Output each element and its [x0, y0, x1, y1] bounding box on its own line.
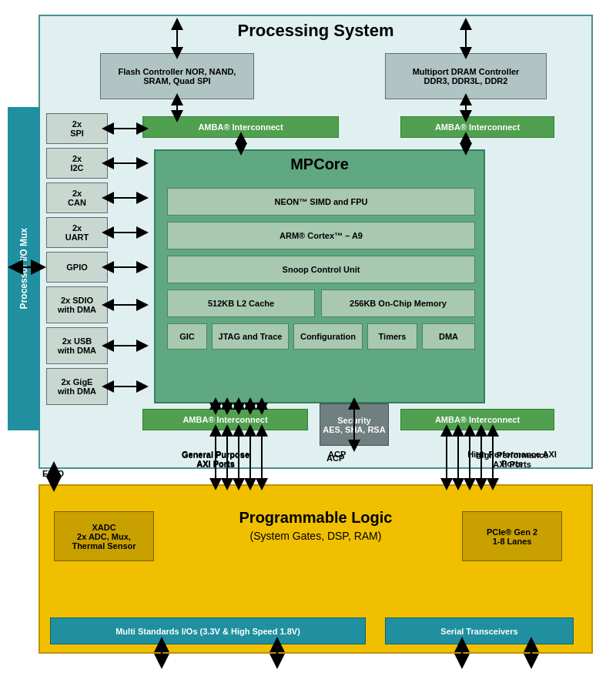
periph-gige: 2x GigE with DMA — [46, 368, 108, 405]
gp-axi-ports-label: General Purpose AXI Ports — [173, 450, 258, 469]
io-mux-bar: Processor I/O Mux — [8, 107, 40, 430]
periph-i2c: 2x I2C — [46, 148, 108, 179]
mpcore-box: MPCore NEON™ SIMD and FPU ARM® Cortex™ –… — [154, 149, 485, 403]
amba-top-right: AMBA® Interconnect — [400, 116, 554, 138]
amba-bottom-left: AMBA® Interconnect — [142, 409, 308, 430]
emio-label: EMIO — [42, 469, 64, 478]
acp-ports-label: ACP — [326, 453, 344, 463]
dma-box: DMA — [422, 323, 475, 350]
neon-box: NEON™ SIMD and FPU — [167, 188, 475, 216]
jtag-box: JTAG and Trace — [212, 323, 289, 350]
periph-sdio: 2x SDIO with DMA — [46, 286, 108, 323]
serial-bar: Serial Transceivers — [385, 617, 574, 644]
periph-can: 2x CAN — [46, 182, 108, 213]
periph-spi: 2x SPI — [46, 113, 108, 144]
flash-controller-box: Flash Controller NOR, NAND, SRAM, Quad S… — [100, 53, 254, 99]
config-box: Configuration — [293, 323, 363, 350]
amba-bottom-right: AMBA® Interconnect — [400, 409, 554, 430]
onchip-box: 256KB On-Chip Memory — [321, 289, 475, 317]
security-box: Security AES, SHA, RSA — [320, 403, 389, 446]
periph-usb: 2x USB with DMA — [46, 327, 108, 364]
dram-controller-box: Multiport DRAM Controller DDR3, DDR3L, D… — [385, 53, 547, 99]
multi-io-bar: Multi Standards I/Os (3.3V & High Speed … — [50, 617, 366, 644]
xadc-box: XADC 2x ADC, Mux, Thermal Sensor — [54, 511, 154, 561]
l2cache-box: 512KB L2 Cache — [167, 289, 315, 317]
timers-box: Timers — [367, 323, 417, 350]
amba-top-left: AMBA® Interconnect — [142, 116, 339, 138]
periph-uart: 2x UART — [46, 217, 108, 248]
ps-title: Processing System — [40, 16, 591, 44]
gic-box: GIC — [167, 323, 207, 350]
diagram: Processing System Flash Controller NOR, … — [8, 7, 608, 669]
mpcore-title: MPCore — [156, 151, 484, 178]
cortex-box: ARM® Cortex™ – A9 — [167, 222, 475, 249]
hp-axi-ports-label: High Performance AXI Ports — [454, 450, 570, 469]
pcie-box: PCIe® Gen 2 1-8 Lanes — [462, 511, 562, 561]
periph-gpio: GPIO — [46, 252, 108, 283]
snoop-box: Snoop Control Unit — [167, 256, 475, 283]
